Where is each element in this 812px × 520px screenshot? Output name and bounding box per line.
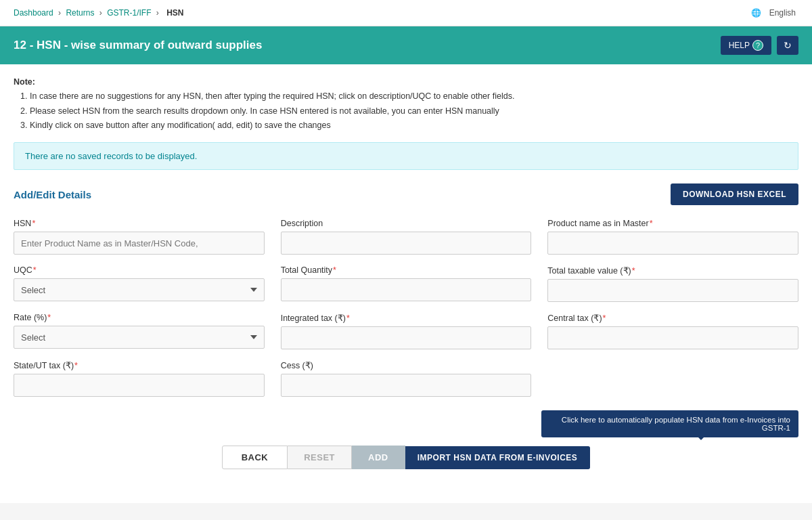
breadcrumb-bar: Dashboard › Returns › GSTR-1/IFF › HSN 🌐…	[0, 0, 812, 26]
hsn-label: HSN*	[14, 219, 265, 228]
breadcrumb-sep-2: ›	[99, 8, 102, 18]
uqc-group: UQC* Select	[14, 265, 265, 302]
integrated-tax-input[interactable]	[281, 326, 532, 349]
note-item-1: In case there are no suggestions for any…	[30, 89, 798, 104]
hsn-group: HSN*	[14, 219, 265, 255]
product-name-required: *	[650, 219, 653, 228]
integrated-tax-label: Integrated tax (₹)*	[281, 313, 532, 323]
central-tax-input[interactable]	[547, 326, 798, 349]
total-taxable-value-required: *	[632, 266, 635, 276]
central-tax-label: Central tax (₹)*	[547, 313, 798, 323]
page-title: 12 - HSN - wise summary of outward suppl…	[14, 39, 262, 52]
add-button[interactable]: ADD	[352, 446, 405, 469]
import-hsn-button[interactable]: IMPORT HSN DATA FROM E-INVOICES	[405, 446, 591, 469]
rate-label: Rate (%)*	[14, 313, 265, 322]
notes-list: In case there are no suggestions for any…	[30, 89, 798, 133]
breadcrumb-gstr[interactable]: GSTR-1/IFF	[107, 8, 151, 18]
description-label: Description	[281, 219, 532, 228]
hsn-required: *	[32, 219, 35, 228]
back-button[interactable]: BACK	[222, 446, 288, 469]
refresh-button[interactable]: ↻	[777, 36, 798, 55]
state-ut-tax-required: *	[74, 361, 78, 370]
total-quantity-label: Total Quantity*	[281, 265, 532, 275]
cess-input[interactable]	[281, 374, 532, 397]
integrated-tax-required: *	[346, 313, 350, 323]
section-header: Add/Edit Details DOWNLOAD HSN EXCEL	[14, 183, 798, 205]
breadcrumb-sep-1: ›	[58, 8, 61, 18]
total-taxable-value-group: Total taxable value (₹)*	[547, 265, 798, 302]
integrated-tax-group: Integrated tax (₹)*	[281, 313, 532, 349]
state-ut-tax-group: State/UT tax (₹)*	[14, 360, 265, 397]
form-row-3: Rate (%)* Select Integrated tax (₹)* Cen…	[14, 313, 798, 349]
breadcrumb-sep-3: ›	[156, 8, 159, 18]
main-content: Note: In case there are no suggestions f…	[0, 64, 812, 503]
help-button[interactable]: HELP ?	[721, 36, 771, 55]
breadcrumb-dashboard[interactable]: Dashboard	[14, 8, 53, 18]
central-tax-required: *	[603, 313, 606, 323]
note-item-3: Kindly click on save button after any mo…	[30, 118, 798, 133]
cess-label: Cess (₹)	[281, 360, 532, 370]
hsn-input[interactable]	[14, 232, 265, 255]
total-quantity-required: *	[333, 265, 336, 275]
breadcrumb-current: HSN	[166, 8, 183, 18]
notes-title: Note:	[14, 77, 35, 87]
section-title: Add/Edit Details	[14, 189, 91, 200]
product-name-input[interactable]	[547, 232, 798, 255]
note-item-2: Please select HSN from the search result…	[30, 104, 798, 118]
product-name-label: Product name as in Master*	[547, 219, 798, 228]
globe-icon: 🌐	[751, 8, 761, 18]
reset-button[interactable]: RESET	[288, 446, 352, 469]
product-name-group: Product name as in Master*	[547, 219, 798, 255]
uqc-label: UQC*	[14, 265, 265, 275]
rate-select[interactable]: Select	[14, 326, 265, 349]
form-row-4: State/UT tax (₹)* Cess (₹)	[14, 360, 798, 397]
help-icon: ?	[752, 40, 763, 51]
total-taxable-value-input[interactable]	[547, 279, 798, 302]
uqc-required: *	[33, 265, 37, 275]
help-label: HELP	[729, 41, 750, 50]
rate-required: *	[47, 313, 51, 322]
state-ut-tax-label: State/UT tax (₹)*	[14, 360, 265, 370]
info-message: There are no saved records to be display…	[14, 142, 798, 170]
page-header: 12 - HSN - wise summary of outward suppl…	[0, 26, 812, 64]
state-ut-tax-input[interactable]	[14, 374, 265, 397]
download-hsn-button[interactable]: DOWNLOAD HSN EXCEL	[671, 183, 798, 205]
language-selector[interactable]: 🌐 English	[748, 8, 798, 18]
notes-section: Note: In case there are no suggestions f…	[14, 75, 798, 133]
description-input[interactable]	[281, 232, 532, 255]
central-tax-group: Central tax (₹)*	[547, 313, 798, 349]
breadcrumb: Dashboard › Returns › GSTR-1/IFF › HSN	[14, 8, 187, 18]
breadcrumb-returns[interactable]: Returns	[66, 8, 94, 18]
total-quantity-input[interactable]	[281, 278, 532, 301]
total-quantity-group: Total Quantity*	[281, 265, 532, 302]
header-actions: HELP ? ↻	[721, 36, 798, 55]
form-row-1: HSN* Description Product name as in Mast…	[14, 219, 798, 255]
language-label: English	[769, 8, 796, 18]
uqc-select[interactable]: Select	[14, 278, 265, 301]
rate-group: Rate (%)* Select	[14, 313, 265, 349]
cess-group: Cess (₹)	[281, 360, 532, 397]
form-row-2: UQC* Select Total Quantity* Total taxabl…	[14, 265, 798, 302]
action-buttons: BACK RESET ADD IMPORT HSN DATA FROM E-IN…	[14, 446, 798, 469]
total-taxable-value-label: Total taxable value (₹)*	[547, 265, 798, 276]
description-group: Description	[281, 219, 532, 255]
import-tooltip: Click here to automatically populate HSN…	[541, 410, 798, 437]
